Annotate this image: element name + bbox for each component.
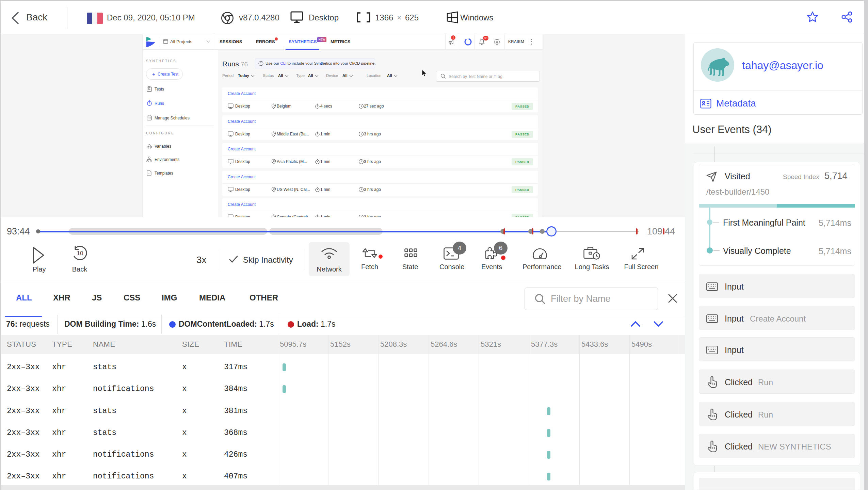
svg-text:10: 10 — [77, 250, 83, 257]
